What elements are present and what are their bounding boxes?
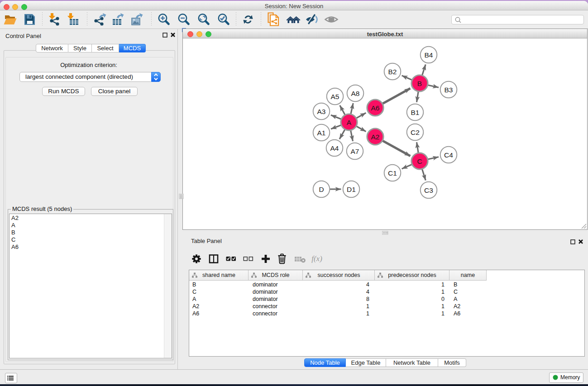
svg-text:C2: C2 [411,129,420,136]
svg-text:A5: A5 [331,93,339,100]
svg-text:D: D [319,186,324,193]
svg-text:B1: B1 [411,109,420,116]
svg-text:C3: C3 [424,186,433,194]
svg-text:C: C [417,157,422,165]
svg-text:A4: A4 [330,144,339,152]
svg-text:A8: A8 [351,90,360,97]
svg-text:A7: A7 [351,148,359,155]
svg-text:A: A [347,119,352,126]
svg-text:A3: A3 [317,108,326,115]
svg-text:A6: A6 [371,104,380,112]
svg-text:D1: D1 [347,186,356,193]
svg-text:B2: B2 [388,68,397,76]
svg-text:B: B [417,80,422,87]
svg-text:B3: B3 [445,86,453,94]
svg-text:C1: C1 [388,169,397,177]
svg-text:B4: B4 [425,51,433,59]
svg-text:A2: A2 [371,133,380,141]
svg-text:A1: A1 [317,129,326,137]
svg-text:C4: C4 [444,151,453,159]
